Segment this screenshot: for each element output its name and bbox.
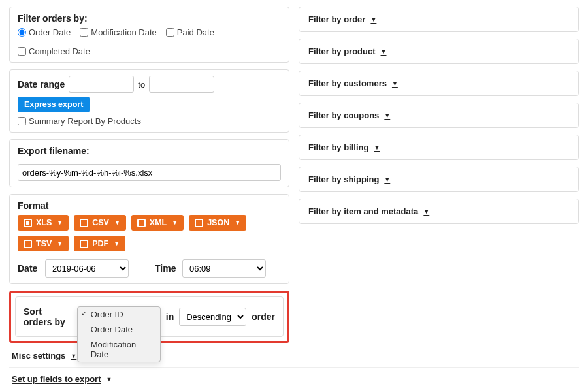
filter-by-item-metadata-link[interactable]: Filter by item and metadata ▼	[308, 206, 429, 216]
setup-fields-label: Set up fields to export	[12, 374, 101, 384]
summary-report-checkbox[interactable]	[18, 117, 26, 125]
main-layout: Filter orders by: Order Date Modificatio…	[9, 7, 579, 366]
date-range-row: Date range to Express export	[18, 76, 281, 112]
sort-in-label: in	[166, 312, 174, 322]
filter-by-shipping-accordion[interactable]: Filter by shipping ▼	[299, 167, 579, 192]
express-export-button[interactable]: Express export	[18, 97, 90, 112]
filter-by-shipping-label: Filter by shipping	[308, 174, 379, 184]
chevron-down-icon: ▼	[392, 80, 398, 87]
date-range-to-input[interactable]	[149, 76, 214, 93]
sort-order-label: order	[252, 312, 275, 322]
format-json-label: JSON	[207, 218, 229, 227]
date-range-to-label: to	[138, 80, 145, 89]
sort-option-modification-date[interactable]: Modification Date	[78, 337, 160, 362]
sort-field-dropdown-menu: Order ID Order Date Modification Date	[77, 306, 161, 362]
chevron-down-icon: ▼	[235, 219, 240, 226]
format-title: Format	[18, 200, 281, 211]
chevron-down-icon: ▼	[57, 219, 63, 226]
format-tsv-button[interactable]: TSV ▼	[18, 236, 69, 251]
filter-by-item-metadata-accordion[interactable]: Filter by item and metadata ▼	[299, 199, 579, 224]
filter-by-order-accordion[interactable]: Filter by order ▼	[299, 7, 579, 32]
filter-by-product-accordion[interactable]: Filter by product ▼	[299, 39, 579, 64]
misc-settings-label: Misc settings	[12, 351, 65, 360]
format-tsv-checkbox-icon	[24, 240, 32, 248]
filter-by-coupons-accordion[interactable]: Filter by coupons ▼	[299, 103, 579, 128]
date-select[interactable]: 2019-06-06	[45, 259, 129, 278]
radio-paid-date[interactable]: Paid Date	[166, 27, 214, 37]
misc-settings-toggle[interactable]: Misc settings ▼	[12, 351, 76, 360]
filter-by-customers-label: Filter by customers	[308, 78, 387, 88]
export-filename-panel: Export filename:	[9, 139, 289, 187]
filter-by-coupons-link[interactable]: Filter by coupons ▼	[308, 110, 390, 120]
format-json-checkbox-icon	[195, 219, 203, 227]
time-label: Time	[155, 263, 177, 274]
filter-orders-options: Order Date Modification Date Paid Date C…	[18, 27, 281, 56]
left-column: Filter orders by: Order Date Modificatio…	[9, 7, 289, 366]
chevron-down-icon: ▼	[106, 376, 112, 383]
checkbox-completed-date-input[interactable]	[18, 47, 26, 56]
sort-orders-panel: Sort orders by Order ID Order Date Modif…	[15, 296, 284, 337]
summary-report-label: Summary Report By Products	[29, 116, 141, 126]
chevron-down-icon: ▼	[370, 16, 376, 23]
filter-by-customers-accordion[interactable]: Filter by customers ▼	[299, 71, 579, 96]
radio-order-date[interactable]: Order Date	[18, 27, 71, 37]
sort-direction-select[interactable]: Descending	[179, 308, 246, 326]
filter-by-customers-link[interactable]: Filter by customers ▼	[308, 78, 398, 88]
radio-order-date-label: Order Date	[29, 27, 71, 37]
sort-option-order-date[interactable]: Order Date	[78, 322, 160, 337]
chevron-down-icon: ▼	[114, 219, 120, 226]
chevron-down-icon: ▼	[384, 112, 390, 119]
filter-by-billing-label: Filter by billing	[308, 142, 368, 152]
format-pdf-checkbox-icon	[80, 240, 88, 248]
export-filename-input[interactable]	[18, 164, 281, 181]
right-column: Filter by order ▼ Filter by product ▼ Fi…	[299, 7, 579, 366]
radio-order-date-input[interactable]	[18, 28, 26, 37]
sort-field-dropdown[interactable]: Order ID Order Date Modification Date	[77, 308, 161, 326]
chevron-down-icon: ▼	[384, 176, 390, 183]
radio-completed-date[interactable]: Completed Date	[18, 46, 90, 56]
format-xml-button[interactable]: XML ▼	[131, 215, 184, 231]
format-xls-checkbox-icon	[24, 219, 32, 227]
checkbox-modification-date-input[interactable]	[80, 28, 88, 37]
date-range-from-input[interactable]	[69, 76, 134, 93]
setup-fields-toggle[interactable]: Set up fields to export ▼	[12, 374, 112, 384]
format-tsv-label: TSV	[36, 239, 52, 248]
filter-by-product-link[interactable]: Filter by product ▼	[308, 46, 386, 56]
format-xml-label: XML	[150, 218, 167, 227]
sort-orders-label: Sort orders by	[24, 306, 72, 327]
format-pdf-button[interactable]: PDF ▼	[74, 236, 125, 251]
filter-by-billing-link[interactable]: Filter by billing ▼	[308, 142, 380, 152]
format-csv-button[interactable]: CSV ▼	[74, 215, 126, 231]
setup-fields-section: Set up fields to export ▼	[9, 367, 579, 384]
format-panel: Format XLS ▼ CSV ▼ XML ▼	[9, 194, 289, 284]
filter-by-item-metadata-label: Filter by item and metadata	[308, 206, 418, 216]
filter-by-billing-accordion[interactable]: Filter by billing ▼	[299, 135, 579, 160]
chevron-down-icon: ▼	[423, 208, 429, 215]
date-time-row: Date 2019-06-06 Time 06:09	[18, 259, 281, 278]
format-json-button[interactable]: JSON ▼	[189, 215, 246, 231]
date-range-label: Date range	[18, 79, 65, 89]
radio-modification-date[interactable]: Modification Date	[80, 27, 156, 37]
chevron-down-icon: ▼	[71, 353, 76, 359]
filter-by-order-link[interactable]: Filter by order ▼	[308, 14, 376, 24]
format-xml-checkbox-icon	[137, 219, 146, 227]
chevron-down-icon: ▼	[172, 219, 178, 226]
filter-by-coupons-label: Filter by coupons	[308, 110, 379, 120]
sort-option-order-id[interactable]: Order ID	[78, 307, 160, 322]
chevron-down-icon: ▼	[57, 240, 63, 247]
radio-paid-date-label: Paid Date	[177, 27, 214, 37]
summary-report-row[interactable]: Summary Report By Products	[18, 116, 281, 126]
filter-by-product-label: Filter by product	[308, 46, 376, 56]
format-csv-checkbox-icon	[80, 219, 88, 227]
time-select[interactable]: 06:09	[182, 259, 266, 278]
radio-completed-date-label: Completed Date	[29, 46, 90, 56]
filter-by-shipping-link[interactable]: Filter by shipping ▼	[308, 174, 390, 184]
format-buttons-row: XLS ▼ CSV ▼ XML ▼ JSON ▼	[18, 215, 281, 251]
checkbox-paid-date-input[interactable]	[166, 28, 174, 37]
filter-orders-panel: Filter orders by: Order Date Modificatio…	[9, 7, 289, 63]
export-filename-title: Export filename:	[18, 146, 281, 156]
date-label: Date	[18, 263, 40, 274]
format-xls-button[interactable]: XLS ▼	[18, 215, 69, 231]
format-pdf-label: PDF	[92, 239, 108, 248]
chevron-down-icon: ▼	[114, 240, 120, 247]
